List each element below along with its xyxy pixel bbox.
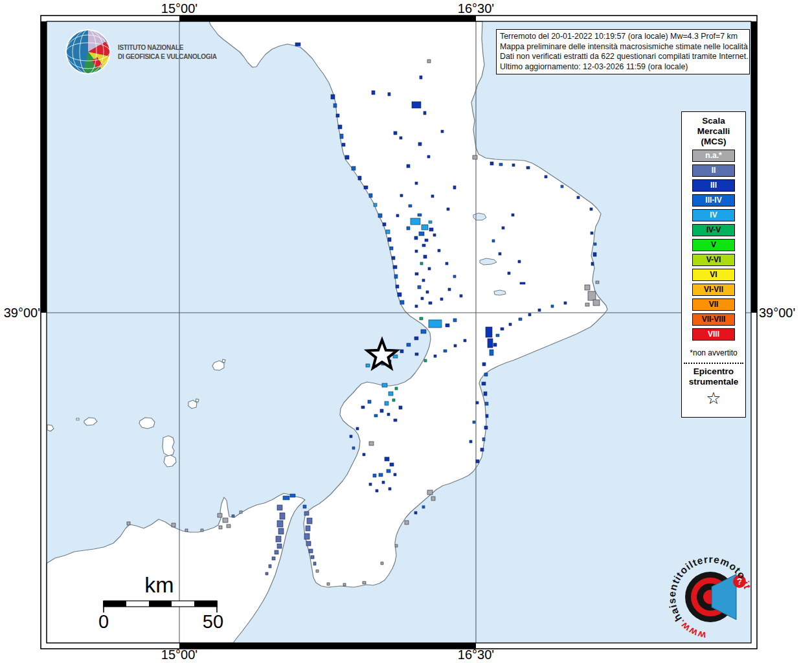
- locality-dot-III: [393, 265, 397, 269]
- locality-dot-II: [277, 505, 282, 510]
- locality-dot-IV-V: [392, 399, 395, 401]
- earthquake-info-box: Terremoto del 20-01-2022 10:19:57 (ora l…: [496, 29, 750, 74]
- locality-dot-n.a.: [127, 522, 130, 525]
- locality-dot-III: [382, 481, 385, 484]
- locality-dot-n.a.: [218, 513, 222, 517]
- legend-footnote: *non avvertito: [682, 348, 745, 357]
- aeolian-island: [163, 436, 174, 456]
- locality-dot-n.a.: [596, 281, 599, 284]
- locality-dot-III: [493, 343, 497, 346]
- locality-dot-III: [361, 406, 365, 409]
- locality-dot-n.a.: [431, 497, 435, 500]
- aeolian-island: [196, 399, 199, 402]
- locality-dot-IV: [411, 218, 420, 225]
- locality-dot-III-IV: [561, 185, 563, 188]
- locality-dot-III: [476, 401, 479, 404]
- locality-dot-III-IV: [352, 447, 355, 449]
- locality-dot-III: [434, 355, 436, 357]
- locality-dot-III: [528, 313, 531, 316]
- locality-dot-III-IV: [418, 286, 421, 289]
- locality-dot-III: [418, 142, 422, 146]
- locality-dot-III: [484, 392, 487, 396]
- locality-dot-III: [385, 457, 389, 461]
- locality-dot-n.a.: [240, 511, 242, 513]
- frame-bottom-black-segment: [179, 643, 476, 649]
- locality-dot-III-IV: [551, 305, 554, 308]
- info-line-event: Terremoto del 20-01-2022 10:19:57 (ora l…: [500, 32, 746, 42]
- locality-dot-III: [520, 282, 525, 284]
- locality-dot-III: [445, 324, 449, 327]
- axis-label-top: 16°30': [458, 1, 494, 16]
- locality-dot-III: [501, 328, 504, 330]
- legend-item-vivii: VI-VII: [692, 284, 735, 296]
- axis-label-top: 15°00': [161, 1, 197, 16]
- locality-dot-II: [276, 536, 281, 542]
- locality-dot-III-IV: [390, 247, 393, 250]
- locality-dot-IV: [374, 203, 377, 207]
- locality-dot-IV: [429, 221, 432, 223]
- aeolian-island: [222, 359, 225, 363]
- locality-dot-III-IV: [490, 350, 493, 355]
- locality-dot-III-IV: [303, 505, 306, 508]
- locality-dot-III: [415, 353, 418, 355]
- locality-dot-III: [394, 419, 397, 421]
- locality-dot-II: [306, 541, 311, 546]
- locality-dot-III: [400, 137, 402, 139]
- aeolian-island: [76, 418, 79, 420]
- legend-item-v: V: [692, 239, 735, 251]
- locality-dot-III: [342, 143, 345, 146]
- locality-dot-III: [429, 228, 433, 231]
- locality-dot-III-IV: [368, 400, 371, 403]
- locality-dot-III-IV: [400, 300, 404, 304]
- locality-dot-III: [538, 309, 541, 311]
- locality-dot-II: [313, 562, 316, 565]
- locality-dot-III: [415, 250, 418, 253]
- locality-dot-n.a.: [223, 518, 228, 523]
- legend-item-na: n.a.*: [692, 150, 735, 162]
- locality-dot-III-IV: [373, 474, 376, 477]
- locality-dot-III: [387, 413, 390, 416]
- locality-dot-III-IV: [421, 330, 426, 333]
- locality-dot-III: [440, 298, 443, 300]
- scale-bar-segment: [149, 601, 172, 607]
- frame-right-black-segment: [751, 21, 757, 313]
- locality-dot-III: [488, 339, 493, 348]
- info-line-updated: Ultimo aggiornamento: 12-03-2026 11:59 (…: [500, 62, 746, 73]
- axis-label-right: 39°00': [759, 306, 795, 320]
- locality-dot-III-IV: [594, 243, 596, 245]
- locality-dot-n.a.: [593, 300, 600, 306]
- locality-dot-III-IV: [453, 319, 457, 322]
- locality-dot-III: [414, 236, 418, 240]
- legend-item-ii: II: [692, 164, 735, 177]
- axis-label-left: 39°00': [0, 306, 40, 320]
- locality-dot-III-IV: [444, 350, 447, 352]
- locality-dot-III: [423, 255, 427, 258]
- locality-dot-n.a.: [585, 303, 589, 306]
- locality-dot-III: [490, 162, 493, 165]
- locality-dot-III: [499, 253, 501, 255]
- locality-dot-n.a.: [363, 581, 366, 584]
- locality-dot-III: [415, 182, 418, 185]
- locality-dot-III: [350, 435, 352, 438]
- locality-dot-III-IV: [419, 232, 424, 236]
- locality-dot-III-IV: [374, 414, 378, 417]
- frame-left-black-segment: [41, 21, 47, 313]
- locality-dot-II: [269, 565, 271, 568]
- locality-dot-IV-V: [424, 359, 427, 362]
- locality-dot-III: [591, 262, 594, 265]
- scale-end-label: 50: [203, 611, 223, 633]
- legend-item-iv: IV: [692, 209, 735, 221]
- locality-dot-III-IV: [333, 104, 337, 107]
- locality-dot-II: [277, 521, 283, 527]
- ingv-logo: ISTITUTO NAZIONALE DI GEOFISICA E VULCAN…: [63, 27, 222, 76]
- locality-dot-IV: [422, 225, 428, 230]
- locality-dot-III: [364, 186, 368, 189]
- ingv-wordmark: ISTITUTO NAZIONALE DI GEOFISICA E VULCAN…: [118, 43, 217, 61]
- locality-dot-III-IV: [422, 506, 425, 508]
- locality-dot-III: [369, 483, 372, 486]
- locality-dot-III: [388, 93, 390, 96]
- locality-dot-n.a.: [343, 583, 346, 586]
- locality-dot-n.a.: [427, 490, 433, 495]
- locality-dot-II: [309, 549, 313, 553]
- locality-dot-n.a.: [201, 529, 203, 532]
